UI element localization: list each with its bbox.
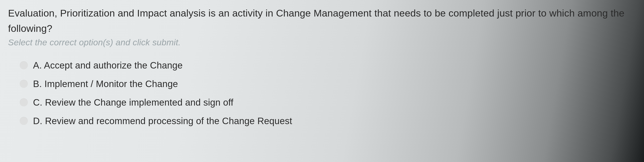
option-c[interactable]: C. Review the Change implemented and sig… (20, 97, 636, 108)
question-instruction: Select the correct option(s) and click s… (8, 38, 636, 47)
options-list: A. Accept and authorize the Change B. Im… (8, 60, 636, 126)
option-a[interactable]: A. Accept and authorize the Change (20, 60, 636, 71)
question-text: Evaluation, Prioritization and Impact an… (8, 6, 636, 36)
option-label: C. Review the Change implemented and sig… (33, 97, 233, 108)
option-d[interactable]: D. Review and recommend processing of th… (20, 115, 636, 126)
radio-icon[interactable] (20, 98, 28, 106)
radio-icon[interactable] (20, 61, 28, 69)
option-label: A. Accept and authorize the Change (33, 60, 182, 71)
option-b[interactable]: B. Implement / Monitor the Change (20, 78, 636, 89)
radio-icon[interactable] (20, 80, 28, 88)
option-label: B. Implement / Monitor the Change (33, 78, 178, 89)
option-label: D. Review and recommend processing of th… (33, 115, 292, 126)
radio-icon[interactable] (20, 117, 28, 125)
